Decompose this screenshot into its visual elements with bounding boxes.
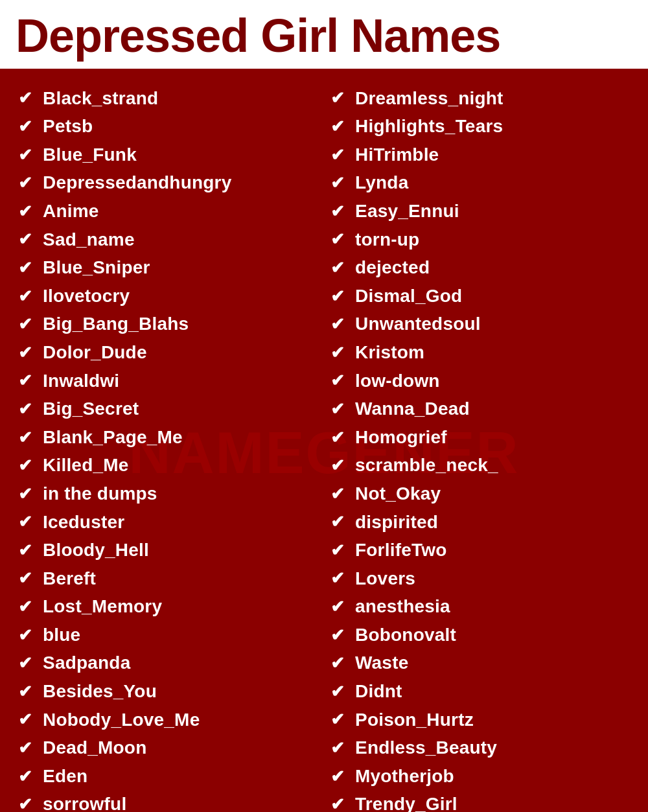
list-item: ✔Unwantedsoul [330,310,630,338]
checkmark-icon: ✔ [18,627,36,644]
checkmark-icon: ✔ [18,400,36,417]
checkmark-icon: ✔ [18,655,36,671]
checkmark-icon: ✔ [18,485,36,502]
checkmark-icon: ✔ [18,711,36,728]
name-label: Killed_Me [43,454,129,476]
list-item: ✔Inwaldwi [18,367,318,395]
content-area: ✔Black_strand✔Petsb✔Blue_Funk✔Depresseda… [0,69,648,812]
checkmark-icon: ✔ [18,372,36,389]
list-item: ✔Highlights_Tears [330,112,630,141]
name-label: Trendy_Girl [355,793,457,812]
name-label: blue [43,624,80,646]
name-label: dejected [355,257,430,279]
list-item: ✔Big_Bang_Blahs [18,310,318,338]
name-label: Lovers [355,568,415,590]
checkmark-icon: ✔ [330,485,349,502]
list-item: ✔in the dumps [18,480,318,508]
checkmark-icon: ✔ [18,89,36,106]
list-item: ✔Iceduster [18,508,318,537]
name-label: Blank_Page_Me [43,426,183,448]
list-item: ✔Bobonovalt [330,621,630,649]
name-label: Blue_Sniper [43,257,150,279]
checkmark-icon: ✔ [18,344,36,361]
list-item: ✔Dead_Moon [18,734,318,762]
checkmark-icon: ✔ [18,316,36,332]
name-label: anesthesia [355,596,450,618]
checkmark-icon: ✔ [330,203,349,220]
list-item: ✔Waste [330,649,630,677]
list-item: ✔sorrowful [18,790,318,812]
name-label: Besides_You [43,680,157,702]
name-label: Wanna_Dead [355,398,470,420]
list-item: ✔Big_Secret [18,395,318,423]
name-label: Kristom [355,342,424,364]
name-label: Dead_Moon [43,737,146,759]
list-item: ✔Blue_Funk [18,141,318,169]
checkmark-icon: ✔ [18,570,36,586]
list-item: ✔Bereft [18,564,318,593]
checkmark-icon: ✔ [330,118,349,135]
list-item: ✔Dismal_God [330,282,630,310]
left-column: ✔Black_strand✔Petsb✔Blue_Funk✔Depresseda… [18,84,318,812]
name-label: Sad_name [43,229,135,251]
name-label: Bereft [43,568,96,590]
names-grid: ✔Black_strand✔Petsb✔Blue_Funk✔Depresseda… [18,84,630,812]
list-item: ✔Lynda [330,168,630,197]
name-label: Depressedandhungry [43,172,231,194]
name-label: Nobody_Love_Me [43,709,200,731]
checkmark-icon: ✔ [330,231,349,248]
list-item: ✔blue [18,621,318,649]
name-label: Blue_Funk [43,144,137,166]
list-item: ✔Poison_Hurtz [330,706,630,734]
checkmark-icon: ✔ [330,513,349,530]
checkmark-icon: ✔ [18,513,36,530]
name-label: Not_Okay [355,483,441,505]
list-item: ✔Bloody_Hell [18,536,318,564]
checkmark-icon: ✔ [330,372,349,389]
list-item: ✔Didnt [330,677,630,706]
checkmark-icon: ✔ [18,259,36,276]
checkmark-icon: ✔ [330,542,349,559]
name-label: Eden [43,765,87,787]
name-label: Poison_Hurtz [355,709,474,731]
name-label: dispirited [355,511,438,533]
list-item: ✔Blank_Page_Me [18,423,318,452]
name-label: Big_Bang_Blahs [43,313,189,335]
name-label: Petsb [43,115,93,137]
name-label: scramble_neck_ [355,454,498,476]
checkmark-icon: ✔ [330,711,349,728]
name-label: Myotherjob [355,765,454,787]
name-label: Easy_Ennui [355,200,459,222]
page-title: Depressed Girl Names [16,12,632,61]
list-item: ✔dispirited [330,508,630,537]
list-item: ✔dejected [330,253,630,282]
checkmark-icon: ✔ [18,288,36,305]
checkmark-icon: ✔ [18,683,36,700]
checkmark-icon: ✔ [18,118,36,135]
list-item: ✔Blue_Sniper [18,253,318,282]
name-label: Waste [355,652,408,674]
list-item: ✔Myotherjob [330,762,630,791]
list-item: ✔Nobody_Love_Me [18,706,318,734]
name-label: Ilovetocry [43,285,130,307]
checkmark-icon: ✔ [330,259,349,276]
checkmark-icon: ✔ [18,146,36,163]
name-label: Homogrief [355,426,447,448]
name-label: Bloody_Hell [43,539,149,561]
name-label: Unwantedsoul [355,313,481,335]
name-label: Endless_Beauty [355,737,497,759]
name-label: Lynda [355,172,408,194]
list-item: ✔Black_strand [18,84,318,113]
checkmark-icon: ✔ [330,146,349,163]
list-item: ✔Easy_Ennui [330,197,630,226]
checkmark-icon: ✔ [18,203,36,220]
checkmark-icon: ✔ [18,429,36,446]
list-item: ✔Ilovetocry [18,282,318,310]
checkmark-icon: ✔ [330,457,349,474]
checkmark-icon: ✔ [18,542,36,559]
name-label: torn-up [355,229,419,251]
name-label: in the dumps [43,483,157,505]
list-item: ✔torn-up [330,226,630,254]
checkmark-icon: ✔ [18,231,36,248]
list-item: ✔Eden [18,762,318,791]
